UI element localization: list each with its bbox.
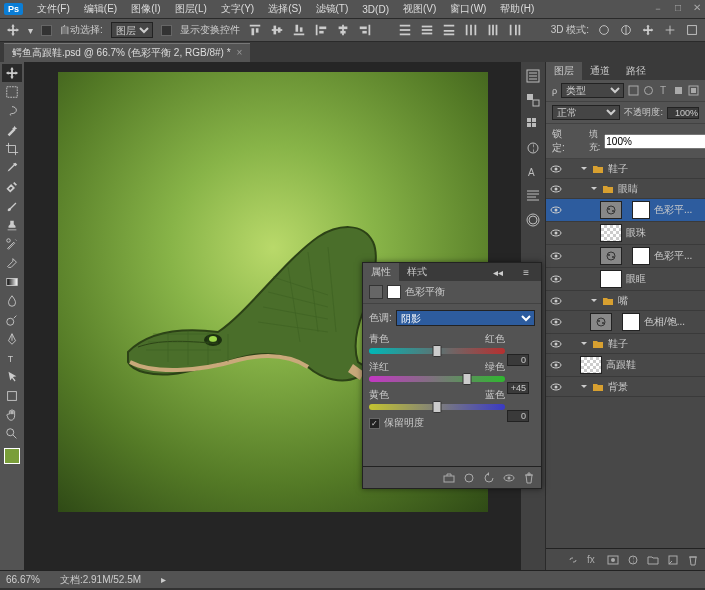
link-layers-icon[interactable] [567,554,579,566]
menu-edit[interactable]: 编辑(E) [78,0,123,18]
tab-styles[interactable]: 样式 [399,263,435,281]
3d-orbit-icon[interactable] [597,23,611,37]
history-brush-tool[interactable] [2,235,22,253]
layer-delete-icon[interactable] [687,554,699,566]
fx-icon[interactable]: fx [587,554,599,566]
tab-properties[interactable]: 属性 [363,263,399,281]
layer-row[interactable]: 高跟鞋 [546,354,705,377]
clip-icon[interactable] [443,472,455,484]
marquee-tool[interactable] [2,83,22,101]
properties-panel[interactable]: 属性 样式 ◂◂ ≡ 色彩平衡 色调: 阴影 青色红色0洋红绿色+45黄色蓝色0 [362,262,542,489]
color-slider[interactable]: 洋红绿色+45 [369,360,535,382]
character-panel-icon[interactable]: A [525,164,541,180]
move-tool[interactable] [2,64,22,82]
3d-scale-icon[interactable] [685,23,699,37]
zoom-readout[interactable]: 66.67% [6,574,40,585]
filter-adjust-icon[interactable] [643,85,654,96]
preserve-luminosity-checkbox[interactable]: ✓ [369,418,380,429]
layer-row[interactable]: 眼眶 [546,268,705,291]
tab-channels[interactable]: 通道 [582,62,618,80]
layer-row[interactable]: 色相/饱... [546,311,705,334]
align-right-icon[interactable] [358,23,372,37]
layer-row[interactable]: 嘴 [546,291,705,311]
layer-add-icon[interactable] [667,554,679,566]
panel-collapse-icon[interactable]: ◂◂ [485,265,511,280]
filter-type-icon[interactable]: T [658,85,669,96]
paragraph-panel-icon[interactable] [525,188,541,204]
history-panel-icon[interactable] [525,68,541,84]
distribute-left-icon[interactable] [464,23,478,37]
menu-help[interactable]: 帮助(H) [494,0,540,18]
dodge-tool[interactable] [2,311,22,329]
menu-image[interactable]: 图像(I) [125,0,166,18]
docsize-readout[interactable]: 文档:2.91M/52.5M [60,573,141,587]
menu-view[interactable]: 视图(V) [397,0,442,18]
blur-tool[interactable] [2,292,22,310]
gradient-tool[interactable] [2,273,22,291]
menu-layer[interactable]: 图层(L) [169,0,213,18]
distribute-vcenter-icon[interactable] [420,23,434,37]
layer-row[interactable]: 鞋子 [546,334,705,354]
eraser-tool[interactable] [2,254,22,272]
type-tool[interactable]: T [2,349,22,367]
align-left-icon[interactable] [314,23,328,37]
filter-shape-icon[interactable] [673,85,684,96]
previous-state-icon[interactable] [463,472,475,484]
tone-select[interactable]: 阴影 [396,310,535,326]
menu-select[interactable]: 选择(S) [262,0,307,18]
color-swatch[interactable] [4,448,20,464]
3d-slide-icon[interactable] [663,23,677,37]
brush-tool[interactable] [2,197,22,215]
menu-3d[interactable]: 3D(D) [356,2,395,17]
menu-file[interactable]: 文件(F) [31,0,76,18]
distribute-bottom-icon[interactable] [442,23,456,37]
minimize-icon[interactable]: － [653,2,663,16]
stamp-tool[interactable] [2,216,22,234]
opacity-input[interactable] [667,107,699,119]
align-top-icon[interactable] [248,23,262,37]
layer-row[interactable]: 色彩平... [546,199,705,222]
auto-select-checkbox[interactable] [41,25,52,36]
slider-value[interactable]: 0 [507,410,529,422]
align-vcenter-icon[interactable] [270,23,284,37]
crop-tool[interactable] [2,140,22,158]
menu-window[interactable]: 窗口(W) [444,0,492,18]
color-panel-icon[interactable] [525,92,541,108]
blend-mode[interactable]: 正常 [552,105,620,120]
maximize-icon[interactable]: □ [675,2,681,16]
menu-filter[interactable]: 滤镜(T) [310,0,355,18]
layer-list[interactable]: 鞋子眼睛色彩平...眼珠色彩平...眼眶嘴色相/饱...鞋子高跟鞋背景 [546,159,705,548]
adjustments-panel-icon[interactable] [525,140,541,156]
visibility-icon[interactable] [503,472,515,484]
distribute-right-icon[interactable] [508,23,522,37]
distribute-hcenter-icon[interactable] [486,23,500,37]
layer-row[interactable]: 眼珠 [546,222,705,245]
styles-panel-icon[interactable] [525,212,541,228]
layer-row[interactable]: 眼睛 [546,179,705,199]
layer-row[interactable]: 鞋子 [546,159,705,179]
layer-row[interactable]: 背景 [546,377,705,397]
shape-tool[interactable] [2,387,22,405]
3d-pan-icon[interactable] [641,23,655,37]
fill-input[interactable] [604,134,705,149]
lasso-tool[interactable] [2,102,22,120]
eyedropper-tool[interactable] [2,159,22,177]
tab-paths[interactable]: 路径 [618,62,654,80]
menu-type[interactable]: 文字(Y) [215,0,260,18]
mask-add-icon[interactable] [607,554,619,566]
close-icon[interactable]: ✕ [693,2,701,16]
canvas-area[interactable]: 属性 样式 ◂◂ ≡ 色彩平衡 色调: 阴影 青色红色0洋红绿色+45黄色蓝色0 [24,62,521,570]
color-slider[interactable]: 黄色蓝色0 [369,388,535,410]
hand-tool[interactable] [2,406,22,424]
wand-tool[interactable] [2,121,22,139]
align-hcenter-icon[interactable] [336,23,350,37]
tab-close-icon[interactable]: × [237,47,243,58]
layer-filter-kind[interactable]: 类型 [561,83,624,98]
pen-tool[interactable] [2,330,22,348]
adjustment-add-icon[interactable] [627,554,639,566]
panel-menu-icon[interactable]: ≡ [515,265,537,280]
layer-row[interactable]: 色彩平... [546,245,705,268]
filter-pixel-icon[interactable] [628,85,639,96]
filter-smart-icon[interactable] [688,85,699,96]
zoom-tool[interactable] [2,425,22,443]
